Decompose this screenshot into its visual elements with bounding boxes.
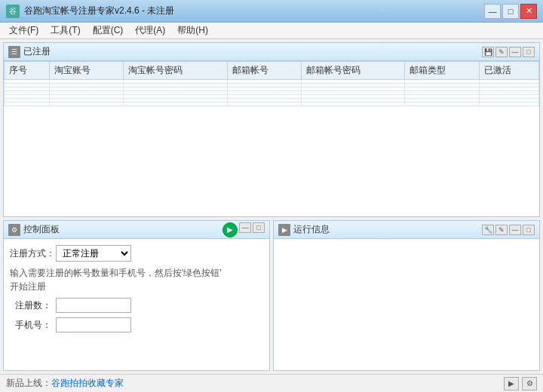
- statusbar-play-btn[interactable]: ▶: [504, 377, 519, 390]
- reg-method-label: 注册方式：: [10, 247, 51, 260]
- run-panel: ▶ 运行信息 🔧 ✎ — □: [273, 220, 540, 371]
- registered-panel-save-btn[interactable]: 💾: [482, 47, 494, 57]
- statusbar-right: ▶ ⚙: [504, 377, 537, 390]
- statusbar-link[interactable]: 谷跑拍拍收藏专家: [51, 377, 124, 390]
- reg-method-select[interactable]: 正常注册 手机注册 快速注册: [56, 245, 131, 262]
- registered-panel-minimize-btn[interactable]: —: [509, 47, 521, 57]
- col-email-password: 邮箱帐号密码: [302, 62, 405, 80]
- bottom-area: ⚙ 控制面板 ▶ — □ 注册方式： 正常注册 手机注册 快速注册: [3, 220, 540, 371]
- col-activated: 已激活: [479, 62, 538, 80]
- run-panel-body: [274, 239, 539, 370]
- run-panel-icon: ▶: [278, 224, 290, 236]
- close-button[interactable]: ✕: [520, 4, 537, 19]
- statusbar-settings-btn[interactable]: ⚙: [522, 377, 537, 390]
- menu-tools[interactable]: 工具(T): [44, 23, 86, 38]
- table-row: [5, 103, 539, 106]
- registered-table-body: [5, 80, 539, 106]
- run-panel-tool-btn[interactable]: 🔧: [482, 225, 494, 235]
- registered-table: 序号 淘宝账号 淘宝帐号密码 邮箱帐号 邮箱帐号密码 邮箱类型 已激活: [4, 61, 539, 106]
- registered-panel-icon: ☰: [8, 46, 20, 58]
- maximize-button[interactable]: □: [502, 4, 519, 19]
- control-panel-minimize-btn[interactable]: —: [239, 222, 251, 233]
- control-hint-text: 输入需要注册的帐号数量和手机号，然后按'绿色按钮'开始注册: [10, 266, 263, 293]
- menu-config[interactable]: 配置(C): [87, 23, 130, 38]
- phone-label: 手机号：: [10, 319, 51, 332]
- menubar: 文件(F) 工具(T) 配置(C) 代理(A) 帮助(H): [0, 23, 543, 39]
- control-panel-body: 注册方式： 正常注册 手机注册 快速注册 输入需要注册的帐号数量和手机号，然后按…: [4, 239, 269, 370]
- control-panel-close-btn[interactable]: □: [253, 222, 265, 233]
- col-index: 序号: [5, 62, 50, 80]
- registered-panel-close-btn[interactable]: □: [523, 47, 535, 57]
- menu-help[interactable]: 帮助(H): [171, 23, 214, 38]
- phone-input[interactable]: [56, 317, 131, 332]
- reg-count-row: 注册数：: [10, 298, 263, 313]
- registered-panel: ☰ 已注册 💾 ✎ — □ 序号 淘宝账号 淘宝帐号密码 邮箱帐号 邮箱帐号密码: [3, 42, 540, 217]
- statusbar: 新品上线： 谷跑拍拍收藏专家 ▶ ⚙: [0, 374, 543, 392]
- control-panel: ⚙ 控制面板 ▶ — □ 注册方式： 正常注册 手机注册 快速注册: [3, 220, 270, 371]
- run-panel-edit-btn[interactable]: ✎: [495, 225, 508, 235]
- run-panel-titlebar: ▶ 运行信息 🔧 ✎ — □: [274, 221, 539, 239]
- titlebar: 谷 谷跑淘宝帐号注册专家v2.4.6 - 未注册 — □ ✕: [0, 0, 543, 23]
- run-panel-controls: 🔧 ✎ — □: [482, 225, 535, 235]
- statusbar-new-text: 新品上线：: [6, 377, 51, 390]
- reg-count-input[interactable]: [56, 298, 131, 313]
- col-taobao-account: 淘宝账号: [49, 62, 124, 80]
- menu-proxy[interactable]: 代理(A): [129, 23, 171, 38]
- reg-count-label: 注册数：: [10, 299, 51, 312]
- phone-row: 手机号：: [10, 317, 263, 332]
- main-content: ☰ 已注册 💾 ✎ — □ 序号 淘宝账号 淘宝帐号密码 邮箱帐号 邮箱帐号密码: [0, 39, 543, 392]
- app-icon: 谷: [6, 5, 20, 18]
- registered-panel-title: 已注册: [23, 45, 482, 58]
- app-title: 谷跑淘宝帐号注册专家v2.4.6 - 未注册: [24, 5, 484, 17]
- col-email-type: 邮箱类型: [405, 62, 480, 80]
- col-taobao-password: 淘宝帐号密码: [124, 62, 227, 80]
- registered-table-container: 序号 淘宝账号 淘宝帐号密码 邮箱帐号 邮箱帐号密码 邮箱类型 已激活: [4, 61, 539, 216]
- col-email-account: 邮箱帐号: [227, 62, 302, 80]
- control-panel-start-btn[interactable]: ▶: [222, 222, 238, 237]
- run-panel-close-btn[interactable]: □: [523, 225, 535, 235]
- run-panel-title: 运行信息: [293, 223, 482, 236]
- table-header-row: 序号 淘宝账号 淘宝帐号密码 邮箱帐号 邮箱帐号密码 邮箱类型 已激活: [5, 62, 539, 80]
- control-panel-titlebar: ⚙ 控制面板 ▶ — □: [4, 221, 269, 239]
- titlebar-buttons: — □ ✕: [484, 4, 537, 19]
- control-panel-icon: ⚙: [8, 224, 20, 236]
- registered-panel-edit-btn[interactable]: ✎: [495, 47, 508, 57]
- control-panel-title: 控制面板: [23, 223, 222, 236]
- registered-panel-titlebar: ☰ 已注册 💾 ✎ — □: [4, 43, 539, 61]
- registered-panel-controls: 💾 ✎ — □: [482, 47, 535, 57]
- minimize-button[interactable]: —: [484, 4, 501, 19]
- control-panel-controls: ▶ — □: [222, 222, 265, 237]
- run-panel-minimize-btn[interactable]: —: [509, 225, 521, 235]
- reg-method-row: 注册方式： 正常注册 手机注册 快速注册: [10, 245, 263, 262]
- menu-file[interactable]: 文件(F): [3, 23, 44, 38]
